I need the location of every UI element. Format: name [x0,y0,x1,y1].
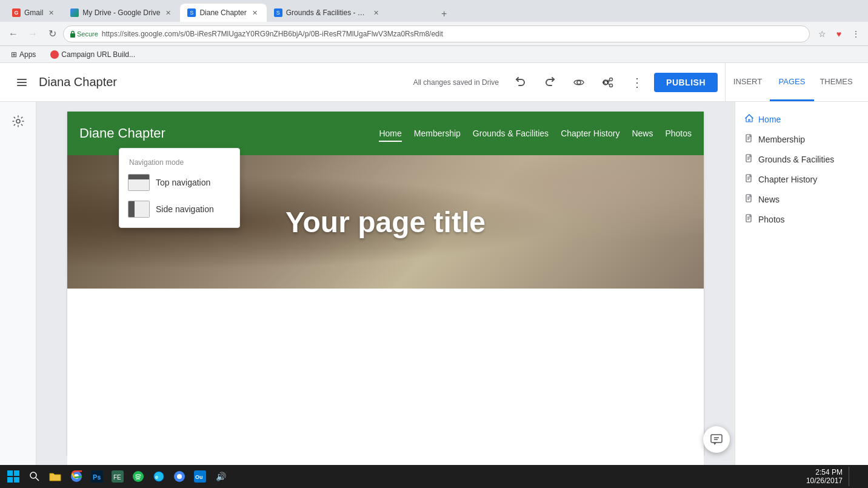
redo-icon [544,76,556,89]
grounds-favicon: S [274,8,282,17]
svg-rect-0 [70,33,75,38]
tab-drive[interactable]: My Drive - Google Drive ✕ [63,4,180,22]
sites-toolbar: Diana Chapter All changes saved in Drive [0,63,868,102]
bookmark-star-icon[interactable]: ☆ [815,27,829,41]
nav-option-side-label: Side navigation [156,204,214,214]
publish-button[interactable]: PUBLISH [654,73,718,92]
bookmark-apps[interactable]: ⊞ Apps [7,49,39,60]
document-icon-4 [745,194,753,202]
sites-page-title: Diana Chapter [39,75,413,89]
new-tab-button[interactable]: + [436,6,452,22]
tab-gmail-label: Gmail [24,8,43,17]
panel-page-home[interactable]: Home [735,109,868,129]
undo-button[interactable] [509,70,533,95]
panel-page-membership[interactable]: Membership [735,129,868,149]
site-brand: Diane Chapter [79,125,165,141]
canvas-area: Diane Chapter Home Membership Grounds & … [36,102,735,465]
nav-dropdown-title: Navigation mode [119,153,239,169]
document-icon-5 [745,214,753,222]
main-content: Diane Chapter Home Membership Grounds & … [0,102,868,465]
tab-insert[interactable]: INSERT [726,63,770,101]
chrome-menu-icon[interactable]: ⋮ [849,27,863,41]
lock-icon [70,30,76,38]
nav-option-top-label: Top navigation [156,178,210,187]
gmail-favicon: G [12,8,21,17]
extension-icon[interactable]: ♥ [832,27,846,41]
page-doc-icon-grounds [745,154,753,164]
site-canvas: Diane Chapter Home Membership Grounds & … [67,112,704,455]
svg-point-6 [610,78,613,81]
site-navigation: Home Membership Grounds & Facilities Cha… [379,126,692,141]
tab-bar: G Gmail ✕ My Drive - Google Drive ✕ S Di… [0,0,868,22]
panel-page-news[interactable]: News [735,189,868,209]
bookmark-apps-label: Apps [19,50,36,59]
tab-diane-label: Diane Chapter [199,8,246,17]
tab-diane-close[interactable]: ✕ [250,8,259,18]
panel-page-grounds-label: Grounds & Facilities [758,155,834,164]
svg-point-4 [577,81,581,84]
tab-grounds-close[interactable]: ✕ [372,8,381,18]
hero-title: Your page title [285,206,486,239]
address-bar[interactable]: Secure https://sites.google.com/s/0B-iRe… [63,25,810,42]
sites-menu-button[interactable] [10,70,34,95]
site-nav-chapter-history[interactable]: Chapter History [561,126,619,141]
redo-button[interactable] [538,70,562,95]
bookmark-campaign[interactable]: Campaign URL Build... [47,49,139,60]
browser-chrome: G Gmail ✕ My Drive - Google Drive ✕ S Di… [0,0,868,63]
site-nav-news[interactable]: News [632,126,653,141]
apps-icon: ⊞ [11,50,17,59]
tab-grounds[interactable]: S Grounds & Facilities - D... ✕ [267,4,388,22]
svg-point-12 [16,119,20,123]
tab-pages[interactable]: PAGES [770,63,814,101]
site-nav-grounds[interactable]: Grounds & Facilities [473,126,549,141]
side-nav-icon [128,201,150,218]
preview-button[interactable] [567,70,591,95]
page-doc-icon-membership [745,134,753,144]
tab-drive-label: My Drive - Google Drive [82,8,160,17]
svg-rect-3 [17,85,27,86]
reload-button[interactable]: ↻ [44,25,61,42]
back-button[interactable]: ← [5,25,22,42]
document-icon-2 [745,154,753,162]
menu-icon [16,76,28,89]
page-doc-icon-photos [745,214,753,224]
nav-option-side[interactable]: Side navigation [119,196,239,222]
site-nav-membership[interactable]: Membership [414,126,461,141]
panel-page-chapter-history-label: Chapter History [758,175,817,184]
home-icon [745,114,753,122]
site-nav-home[interactable]: Home [379,126,401,141]
tab-themes[interactable]: THEMES [814,63,858,101]
nav-option-top[interactable]: Top navigation [119,169,239,196]
document-icon-3 [745,174,753,182]
gear-icon [12,115,25,128]
toolbar-status: All changes saved in Drive [413,78,499,87]
panel-page-chapter-history[interactable]: Chapter History [735,169,868,189]
tab-gmail[interactable]: G Gmail ✕ [5,4,63,22]
more-icon: ⋮ [631,75,643,90]
svg-rect-33 [711,435,722,443]
right-panel: Home Membership [735,102,868,465]
feedback-button[interactable] [703,426,730,453]
panel-page-news-label: News [758,195,780,204]
document-icon [745,134,753,142]
svg-rect-2 [17,82,27,83]
bookmarks-bar: ⊞ Apps Campaign URL Build... [0,46,868,63]
right-panel-tab-bar: INSERT PAGES THEMES [725,63,858,101]
forward-button[interactable]: → [24,25,41,42]
panel-page-grounds[interactable]: Grounds & Facilities [735,149,868,169]
settings-gear-button[interactable] [6,109,30,133]
tab-diane[interactable]: S Diane Chapter ✕ [180,4,266,22]
tab-grounds-label: Grounds & Facilities - D... [286,8,368,17]
share-button[interactable] [596,70,620,95]
tab-drive-close[interactable]: ✕ [164,8,173,18]
site-nav-photos[interactable]: Photos [665,126,692,141]
more-options-button[interactable]: ⋮ [625,70,649,95]
tab-gmail-close[interactable]: ✕ [47,8,56,18]
tab-new-area [388,4,436,22]
undo-icon [515,76,527,89]
drive-favicon [70,8,79,17]
feedback-icon [710,433,723,446]
address-bar-row: ← → ↻ Secure https://sites.google.com/s/… [0,22,868,46]
panel-page-photos[interactable]: Photos [735,209,868,229]
panel-page-home-label: Home [758,115,781,124]
